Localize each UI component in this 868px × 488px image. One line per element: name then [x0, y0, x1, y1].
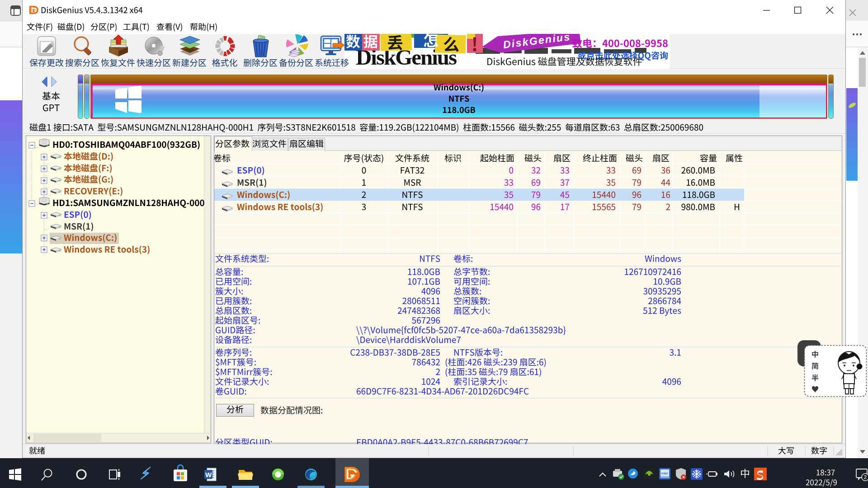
svg-text:intel: intel	[661, 471, 668, 475]
svg-text:2: 2	[864, 474, 867, 480]
svg-text:W: W	[205, 471, 212, 479]
